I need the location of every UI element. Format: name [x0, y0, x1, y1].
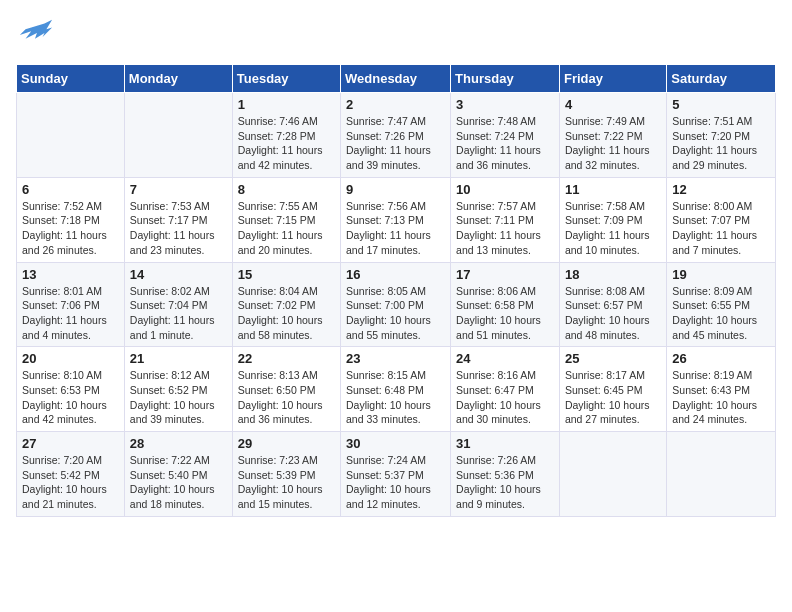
calendar-week-row: 27Sunrise: 7:20 AM Sunset: 5:42 PM Dayli… — [17, 432, 776, 517]
calendar-cell — [17, 93, 125, 178]
page-header — [16, 16, 776, 54]
day-info: Sunrise: 7:56 AM Sunset: 7:13 PM Dayligh… — [346, 199, 445, 258]
calendar-cell: 16Sunrise: 8:05 AM Sunset: 7:00 PM Dayli… — [341, 262, 451, 347]
day-info: Sunrise: 8:10 AM Sunset: 6:53 PM Dayligh… — [22, 368, 119, 427]
day-number: 10 — [456, 182, 554, 197]
day-number: 30 — [346, 436, 445, 451]
calendar-cell: 3Sunrise: 7:48 AM Sunset: 7:24 PM Daylig… — [451, 93, 560, 178]
day-header-sunday: Sunday — [17, 65, 125, 93]
day-info: Sunrise: 7:24 AM Sunset: 5:37 PM Dayligh… — [346, 453, 445, 512]
calendar-cell: 19Sunrise: 8:09 AM Sunset: 6:55 PM Dayli… — [667, 262, 776, 347]
calendar-header-row: SundayMondayTuesdayWednesdayThursdayFrid… — [17, 65, 776, 93]
day-header-saturday: Saturday — [667, 65, 776, 93]
day-info: Sunrise: 8:17 AM Sunset: 6:45 PM Dayligh… — [565, 368, 661, 427]
day-info: Sunrise: 8:09 AM Sunset: 6:55 PM Dayligh… — [672, 284, 770, 343]
calendar-cell: 17Sunrise: 8:06 AM Sunset: 6:58 PM Dayli… — [451, 262, 560, 347]
day-number: 29 — [238, 436, 335, 451]
day-info: Sunrise: 7:57 AM Sunset: 7:11 PM Dayligh… — [456, 199, 554, 258]
calendar-cell: 18Sunrise: 8:08 AM Sunset: 6:57 PM Dayli… — [559, 262, 666, 347]
calendar-cell — [124, 93, 232, 178]
calendar-cell: 11Sunrise: 7:58 AM Sunset: 7:09 PM Dayli… — [559, 177, 666, 262]
day-number: 4 — [565, 97, 661, 112]
day-number: 3 — [456, 97, 554, 112]
day-header-monday: Monday — [124, 65, 232, 93]
day-number: 13 — [22, 267, 119, 282]
svg-marker-0 — [20, 20, 52, 39]
day-number: 26 — [672, 351, 770, 366]
calendar-cell — [559, 432, 666, 517]
day-number: 27 — [22, 436, 119, 451]
day-info: Sunrise: 7:48 AM Sunset: 7:24 PM Dayligh… — [456, 114, 554, 173]
calendar-cell: 9Sunrise: 7:56 AM Sunset: 7:13 PM Daylig… — [341, 177, 451, 262]
day-number: 19 — [672, 267, 770, 282]
day-info: Sunrise: 8:19 AM Sunset: 6:43 PM Dayligh… — [672, 368, 770, 427]
day-info: Sunrise: 8:05 AM Sunset: 7:00 PM Dayligh… — [346, 284, 445, 343]
day-number: 14 — [130, 267, 227, 282]
calendar-cell: 14Sunrise: 8:02 AM Sunset: 7:04 PM Dayli… — [124, 262, 232, 347]
logo-icon — [16, 16, 54, 54]
day-number: 9 — [346, 182, 445, 197]
day-number: 1 — [238, 97, 335, 112]
calendar-cell: 26Sunrise: 8:19 AM Sunset: 6:43 PM Dayli… — [667, 347, 776, 432]
day-number: 7 — [130, 182, 227, 197]
calendar-week-row: 1Sunrise: 7:46 AM Sunset: 7:28 PM Daylig… — [17, 93, 776, 178]
day-header-thursday: Thursday — [451, 65, 560, 93]
day-header-tuesday: Tuesday — [232, 65, 340, 93]
calendar-cell: 8Sunrise: 7:55 AM Sunset: 7:15 PM Daylig… — [232, 177, 340, 262]
calendar-table: SundayMondayTuesdayWednesdayThursdayFrid… — [16, 64, 776, 517]
calendar-week-row: 6Sunrise: 7:52 AM Sunset: 7:18 PM Daylig… — [17, 177, 776, 262]
day-number: 17 — [456, 267, 554, 282]
calendar-cell: 10Sunrise: 7:57 AM Sunset: 7:11 PM Dayli… — [451, 177, 560, 262]
day-number: 25 — [565, 351, 661, 366]
calendar-cell — [667, 432, 776, 517]
day-number: 21 — [130, 351, 227, 366]
calendar-cell: 4Sunrise: 7:49 AM Sunset: 7:22 PM Daylig… — [559, 93, 666, 178]
day-info: Sunrise: 8:13 AM Sunset: 6:50 PM Dayligh… — [238, 368, 335, 427]
day-number: 23 — [346, 351, 445, 366]
day-info: Sunrise: 7:23 AM Sunset: 5:39 PM Dayligh… — [238, 453, 335, 512]
calendar-cell: 27Sunrise: 7:20 AM Sunset: 5:42 PM Dayli… — [17, 432, 125, 517]
day-info: Sunrise: 7:53 AM Sunset: 7:17 PM Dayligh… — [130, 199, 227, 258]
calendar-cell: 24Sunrise: 8:16 AM Sunset: 6:47 PM Dayli… — [451, 347, 560, 432]
day-info: Sunrise: 7:26 AM Sunset: 5:36 PM Dayligh… — [456, 453, 554, 512]
day-info: Sunrise: 8:04 AM Sunset: 7:02 PM Dayligh… — [238, 284, 335, 343]
day-info: Sunrise: 7:47 AM Sunset: 7:26 PM Dayligh… — [346, 114, 445, 173]
day-info: Sunrise: 8:12 AM Sunset: 6:52 PM Dayligh… — [130, 368, 227, 427]
calendar-cell: 7Sunrise: 7:53 AM Sunset: 7:17 PM Daylig… — [124, 177, 232, 262]
day-number: 6 — [22, 182, 119, 197]
day-info: Sunrise: 7:22 AM Sunset: 5:40 PM Dayligh… — [130, 453, 227, 512]
calendar-cell: 1Sunrise: 7:46 AM Sunset: 7:28 PM Daylig… — [232, 93, 340, 178]
day-info: Sunrise: 7:52 AM Sunset: 7:18 PM Dayligh… — [22, 199, 119, 258]
calendar-cell: 28Sunrise: 7:22 AM Sunset: 5:40 PM Dayli… — [124, 432, 232, 517]
day-number: 18 — [565, 267, 661, 282]
day-info: Sunrise: 7:58 AM Sunset: 7:09 PM Dayligh… — [565, 199, 661, 258]
day-info: Sunrise: 8:01 AM Sunset: 7:06 PM Dayligh… — [22, 284, 119, 343]
day-info: Sunrise: 8:00 AM Sunset: 7:07 PM Dayligh… — [672, 199, 770, 258]
calendar-cell: 21Sunrise: 8:12 AM Sunset: 6:52 PM Dayli… — [124, 347, 232, 432]
day-info: Sunrise: 8:06 AM Sunset: 6:58 PM Dayligh… — [456, 284, 554, 343]
calendar-cell: 23Sunrise: 8:15 AM Sunset: 6:48 PM Dayli… — [341, 347, 451, 432]
day-number: 8 — [238, 182, 335, 197]
calendar-cell: 31Sunrise: 7:26 AM Sunset: 5:36 PM Dayli… — [451, 432, 560, 517]
day-info: Sunrise: 7:55 AM Sunset: 7:15 PM Dayligh… — [238, 199, 335, 258]
calendar-cell: 30Sunrise: 7:24 AM Sunset: 5:37 PM Dayli… — [341, 432, 451, 517]
day-header-friday: Friday — [559, 65, 666, 93]
day-info: Sunrise: 8:02 AM Sunset: 7:04 PM Dayligh… — [130, 284, 227, 343]
day-number: 11 — [565, 182, 661, 197]
day-info: Sunrise: 7:20 AM Sunset: 5:42 PM Dayligh… — [22, 453, 119, 512]
day-number: 2 — [346, 97, 445, 112]
day-info: Sunrise: 8:16 AM Sunset: 6:47 PM Dayligh… — [456, 368, 554, 427]
calendar-cell: 12Sunrise: 8:00 AM Sunset: 7:07 PM Dayli… — [667, 177, 776, 262]
day-info: Sunrise: 8:08 AM Sunset: 6:57 PM Dayligh… — [565, 284, 661, 343]
logo — [16, 16, 58, 54]
calendar-cell: 5Sunrise: 7:51 AM Sunset: 7:20 PM Daylig… — [667, 93, 776, 178]
calendar-cell: 20Sunrise: 8:10 AM Sunset: 6:53 PM Dayli… — [17, 347, 125, 432]
calendar-cell: 6Sunrise: 7:52 AM Sunset: 7:18 PM Daylig… — [17, 177, 125, 262]
calendar-cell: 29Sunrise: 7:23 AM Sunset: 5:39 PM Dayli… — [232, 432, 340, 517]
day-info: Sunrise: 7:46 AM Sunset: 7:28 PM Dayligh… — [238, 114, 335, 173]
calendar-week-row: 20Sunrise: 8:10 AM Sunset: 6:53 PM Dayli… — [17, 347, 776, 432]
day-number: 24 — [456, 351, 554, 366]
day-header-wednesday: Wednesday — [341, 65, 451, 93]
calendar-week-row: 13Sunrise: 8:01 AM Sunset: 7:06 PM Dayli… — [17, 262, 776, 347]
day-info: Sunrise: 7:49 AM Sunset: 7:22 PM Dayligh… — [565, 114, 661, 173]
